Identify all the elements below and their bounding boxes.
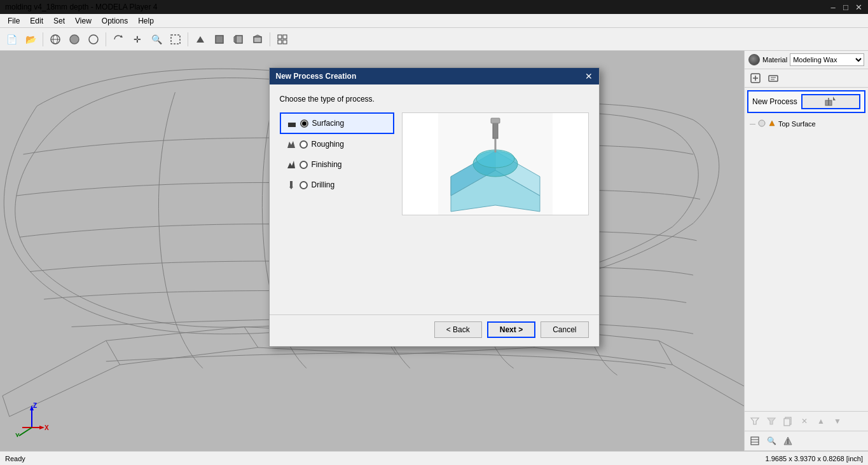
titlebar-title: molding v4_18mm depth - MODELA Player 4 <box>5 3 157 11</box>
zoom-button[interactable]: 🔍 <box>148 30 165 48</box>
option-drilling-label: Drilling <box>312 180 335 189</box>
svg-rect-11 <box>254 37 261 43</box>
svg-marker-45 <box>287 161 295 168</box>
bottom-btn-layers[interactable] <box>747 433 762 448</box>
svg-rect-38 <box>751 437 759 445</box>
option-drilling[interactable]: Drilling <box>280 175 394 195</box>
minimize-button[interactable]: – <box>829 3 837 11</box>
new-process-bar: New Process <box>747 90 865 113</box>
svg-text:X: X <box>45 424 49 431</box>
svg-rect-8 <box>216 36 223 43</box>
panel-icon-btn-2[interactable] <box>766 71 780 85</box>
radio-roughing[interactable] <box>300 140 308 149</box>
dialog-instruction: Choose the type of process. <box>280 95 589 104</box>
toolbar-sep4 <box>270 32 270 46</box>
bottom-btn-filter[interactable] <box>747 414 762 429</box>
radio-finishing[interactable] <box>300 161 308 169</box>
axis-indicator: Z X Y <box>13 399 51 438</box>
menu-edit[interactable]: Edit <box>25 15 48 27</box>
option-roughing[interactable]: Roughing <box>280 134 394 154</box>
front-view-button[interactable] <box>210 30 228 48</box>
select-button[interactable] <box>167 30 184 48</box>
sphere-button[interactable] <box>65 30 83 48</box>
dialog-close-button[interactable]: ✕ <box>585 71 593 81</box>
svg-point-34 <box>759 120 765 126</box>
new-process-dialog: New Process Creation ✕ Choose the type o… <box>269 67 600 347</box>
svg-marker-12 <box>254 35 261 37</box>
tree-type-icon <box>768 119 776 128</box>
svg-text:Y: Y <box>15 433 20 437</box>
dialog-content: Surfacing Roughing <box>280 112 589 215</box>
bottom-btn-down[interactable]: ▼ <box>830 414 845 429</box>
svg-marker-22 <box>39 426 45 429</box>
menubar: File Edit Set View Options Help <box>0 14 868 28</box>
option-finishing[interactable]: Finishing <box>280 154 394 175</box>
globe-view-button[interactable] <box>46 30 64 48</box>
svg-rect-29 <box>769 76 778 81</box>
toolbar: 📄 📂 ✛ 🔍 <box>0 28 868 51</box>
open-button[interactable]: 📂 <box>22 30 39 48</box>
statusbar: Ready 1.9685 x 3.9370 x 0.8268 [inch] <box>0 451 868 465</box>
bottom-btn-filter2[interactable] <box>764 414 779 429</box>
bottom-btn-up[interactable]: ▲ <box>813 414 829 429</box>
material-dropdown[interactable]: Modeling Wax Chemical Wood Acrylic ABS R… <box>790 53 864 66</box>
maximize-button[interactable]: □ <box>841 3 850 11</box>
new-process-label: New Process <box>752 97 797 106</box>
new-file-button[interactable]: 📄 <box>3 30 20 48</box>
dialog-footer: < Back Next > Cancel <box>270 314 599 344</box>
svg-point-3 <box>70 35 79 44</box>
svg-marker-47 <box>289 187 293 189</box>
tree-item-label: Top Surface <box>778 120 816 128</box>
top-view-button[interactable] <box>249 30 266 48</box>
pan-button[interactable]: ✛ <box>128 30 146 48</box>
panel-icon-btn-1[interactable] <box>748 71 762 85</box>
svg-rect-46 <box>290 181 293 187</box>
svg-rect-13 <box>278 35 282 39</box>
side-view-button[interactable] <box>230 30 247 48</box>
bottom-btn-search[interactable]: 🔍 <box>764 433 779 448</box>
bottom-btn-delete[interactable]: ✕ <box>797 414 812 429</box>
status-ready: Ready <box>5 455 25 462</box>
bottom-btn-cut[interactable] <box>780 433 796 448</box>
close-button[interactable]: ✕ <box>854 3 863 11</box>
svg-marker-9 <box>236 36 242 43</box>
svg-rect-16 <box>283 40 287 44</box>
grid-button[interactable] <box>273 30 291 48</box>
status-dimensions: 1.9685 x 3.9370 x 0.8268 [inch] <box>765 455 863 462</box>
bottom-btn-copy[interactable] <box>780 414 796 429</box>
material-icon <box>748 54 760 65</box>
menu-help[interactable]: Help <box>133 15 159 27</box>
right-panel-bottom: ✕ ▲ ▼ 🔍 <box>745 411 868 451</box>
new-process-button[interactable] <box>801 94 860 109</box>
bottom-toolbar-2: 🔍 <box>745 431 868 451</box>
toolbar-sep3 <box>188 32 188 46</box>
material-selector-bar: Material Modeling Wax Chemical Wood Acry… <box>745 51 868 69</box>
menu-set[interactable]: Set <box>48 15 70 27</box>
svg-rect-37 <box>784 419 790 426</box>
cancel-button[interactable]: Cancel <box>541 321 588 338</box>
menu-file[interactable]: File <box>3 15 25 27</box>
toolbar-sep2 <box>106 32 106 46</box>
svg-point-4 <box>89 35 98 44</box>
svg-marker-44 <box>287 141 295 148</box>
right-panel: Material Modeling Wax Chemical Wood Acry… <box>744 51 868 451</box>
menu-options[interactable]: Options <box>97 15 133 27</box>
back-button[interactable]: < Back <box>434 321 482 338</box>
circle-button[interactable] <box>85 30 102 48</box>
radio-drilling[interactable] <box>300 181 308 189</box>
svg-point-53 <box>476 150 514 168</box>
dialog-titlebar: New Process Creation ✕ <box>270 68 599 84</box>
process-preview-image <box>402 112 589 215</box>
perspective-button[interactable] <box>191 30 209 48</box>
option-finishing-label: Finishing <box>312 160 342 169</box>
rotate-button[interactable] <box>109 30 127 48</box>
next-button[interactable]: Next > <box>487 321 535 338</box>
tree-node-icon <box>758 119 766 128</box>
radio-surfacing[interactable] <box>300 119 308 128</box>
svg-rect-43 <box>288 123 296 127</box>
menu-view[interactable]: View <box>70 15 97 27</box>
svg-rect-14 <box>283 35 287 39</box>
option-surfacing[interactable]: Surfacing <box>280 112 394 134</box>
svg-marker-7 <box>196 36 204 43</box>
process-tree: — Top Surface <box>745 116 868 411</box>
